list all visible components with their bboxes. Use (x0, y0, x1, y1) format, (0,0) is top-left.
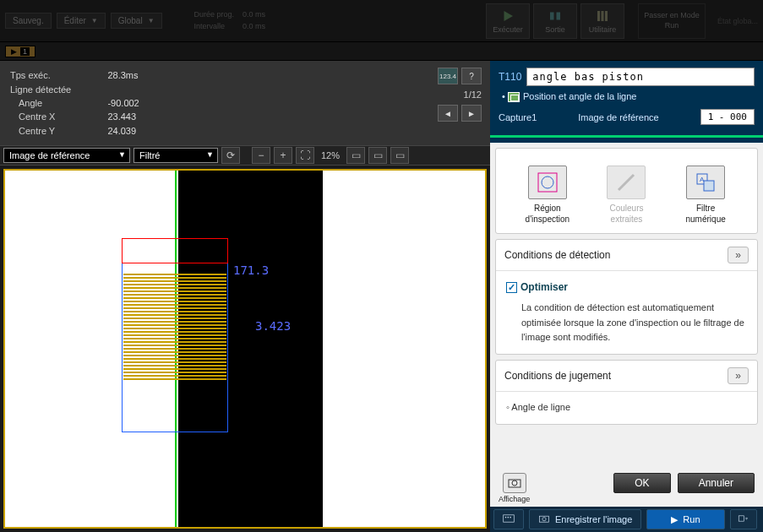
view-mode-3[interactable]: ▭ (390, 147, 409, 164)
tool-header: T110 • Position et angle de la ligne Cap… (490, 61, 763, 130)
display-button[interactable]: Affichage (499, 473, 530, 503)
image-toolbar: Image de référence Filtré ⟳ − + ⛶ 12% ▭ … (0, 145, 490, 166)
inspection-region-card[interactable]: Région d'inspection (517, 166, 578, 225)
chevron-down-icon: ▼ (91, 17, 98, 24)
detection-conditions-title: Conditions de détection (504, 249, 610, 261)
svg-rect-5 (605, 11, 608, 21)
digital-filter-label: Filtre numérique (686, 204, 726, 224)
svg-rect-4 (601, 11, 603, 21)
camera-icon (508, 477, 521, 489)
edit-label: Éditer (64, 16, 86, 25)
inspection-region-label: Région d'inspection (526, 204, 570, 224)
svg-line-8 (619, 175, 634, 190)
save-button[interactable]: Sauveg. (5, 13, 52, 29)
prev-button[interactable]: ◄ (438, 105, 458, 122)
divider (490, 135, 763, 138)
cancel-button[interactable]: Annuler (678, 473, 755, 493)
page-counter: 1/12 (464, 90, 482, 100)
execute-icon (500, 8, 515, 24)
detection-region-box[interactable] (122, 238, 228, 263)
image-region-right (323, 171, 485, 527)
display-label: Affichage (499, 495, 530, 503)
camera-icon (538, 513, 550, 524)
value-badge: 123.4 (438, 68, 458, 84)
view-mode-1[interactable]: ▭ (346, 147, 365, 164)
tool-body: Région d'inspection Couleurs extraites A… (490, 143, 763, 466)
svg-rect-15 (505, 517, 506, 518)
execute-button[interactable]: Exécuter (486, 3, 530, 39)
zoom-in-button[interactable]: + (274, 147, 292, 164)
edit-dropdown[interactable]: Éditer▼ (57, 13, 106, 29)
svg-rect-16 (508, 517, 509, 518)
extracted-colors-card: Couleurs extraites (596, 166, 657, 225)
save-image-button[interactable]: Enregistrer l'image (529, 509, 641, 529)
optimize-description: La condition de détection est automatiqu… (506, 301, 747, 345)
global-state-label: État globa... (717, 17, 758, 25)
optimize-label: Optimiser (520, 280, 568, 296)
footer-bar: Enregistrer l'image ▶ Run (490, 507, 763, 532)
svg-point-7 (542, 176, 553, 188)
overlay-value-1: 171.3 (233, 263, 269, 277)
tool-name-input[interactable] (526, 68, 755, 86)
svg-rect-17 (510, 517, 510, 518)
keyboard-icon (503, 513, 515, 524)
run-label: Run (683, 514, 700, 524)
keyboard-button[interactable] (493, 509, 524, 529)
judgment-conditions-section: Conditions de jugement » ◦ Angle de lign… (495, 360, 758, 425)
inspection-region-box[interactable] (122, 238, 228, 432)
reference-image-selector[interactable]: 1 - 000 (700, 109, 755, 125)
judgment-conditions-expand[interactable]: » (728, 367, 749, 384)
svg-rect-2 (556, 12, 560, 19)
svg-point-13 (512, 480, 517, 486)
svg-marker-0 (504, 11, 513, 21)
zoom-out-button[interactable]: − (252, 147, 270, 164)
next-button[interactable]: ► (461, 105, 482, 122)
refresh-button[interactable]: ⟳ (221, 147, 240, 164)
capture-label: Capture1 (499, 112, 537, 122)
optimize-checkbox[interactable]: ✓Optimiser (506, 280, 568, 296)
svg-rect-6 (538, 173, 557, 192)
execute-label: Exécuter (493, 25, 523, 34)
svg-rect-10 (704, 181, 714, 191)
program-timing: Durée prog.0.0 ms Intervalle0.0 ms (193, 8, 268, 33)
extracted-colors-label: Couleurs extraites (609, 204, 643, 224)
output-icon (548, 8, 563, 24)
loop-icon (738, 513, 749, 524)
global-dropdown[interactable]: Global▼ (111, 13, 162, 29)
program-number: 1 (20, 47, 30, 56)
detection-conditions-expand[interactable]: » (728, 247, 749, 263)
filter-icon: A (695, 171, 717, 193)
loop-button[interactable] (730, 509, 757, 529)
utility-icon (595, 8, 610, 24)
run-mode-button[interactable]: Passer en Mode Run (638, 3, 706, 39)
svg-rect-1 (550, 12, 554, 19)
filter-dropdown[interactable]: Filtré (134, 148, 218, 163)
ok-button[interactable]: OK (613, 473, 670, 493)
digital-filter-card[interactable]: A Filtre numérique (675, 166, 736, 225)
chevron-down-icon: ▼ (148, 17, 155, 24)
action-button-row: Affichage OK Annuler (490, 466, 763, 507)
program-badge[interactable]: ▶1 (5, 46, 35, 57)
tool-subtitle: • Position et angle de la ligne (499, 91, 755, 102)
svg-point-19 (542, 518, 546, 521)
svg-rect-3 (597, 11, 600, 21)
output-button[interactable]: Sortie (533, 3, 577, 39)
inspection-region-icon (537, 171, 559, 193)
measurement-panel: Tps exéc.28.3ms Ligne détectée Angle-90.… (0, 61, 490, 145)
run-button[interactable]: ▶ Run (646, 509, 724, 529)
image-viewport[interactable]: 171.3 3.423 (3, 169, 487, 529)
zoom-fit-button[interactable]: ⛶ (296, 147, 314, 164)
judgment-item: ◦ Angle de ligne (506, 402, 570, 412)
reference-image-label: Image de référence (578, 112, 658, 122)
global-label: Global (118, 16, 143, 25)
view-mode-2[interactable]: ▭ (368, 147, 387, 164)
utility-button[interactable]: Utilitaire (580, 3, 624, 39)
detection-conditions-section: Conditions de détection » ✓Optimiser La … (495, 239, 758, 355)
tool-code: T110 (499, 71, 521, 83)
save-label: Sauveg. (13, 16, 44, 25)
help-button[interactable]: ? (461, 68, 482, 84)
image-source-dropdown[interactable]: Image de référence (3, 148, 130, 163)
utility-label: Utilitaire (589, 25, 617, 34)
zoom-level: 12% (318, 150, 343, 160)
line-tool-icon (508, 92, 520, 102)
